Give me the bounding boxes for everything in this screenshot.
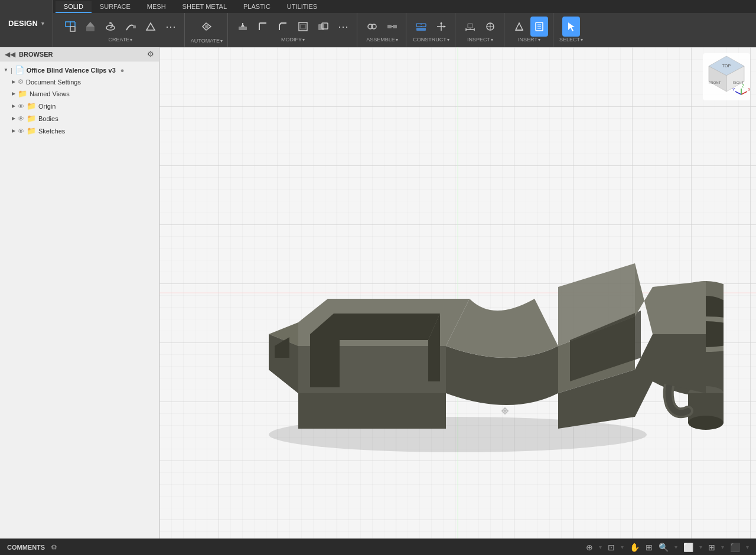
tree-item-sketches[interactable]: ▶ 👁 📁 Sketches [0,125,159,137]
more-create-btn[interactable]: ⋯ [162,17,180,37]
root-record-btn[interactable]: ● [120,67,125,74]
axis-btn[interactable] [432,17,450,37]
svg-rect-20 [393,25,397,28]
root-tri: ▼ [4,67,8,73]
extrude-btn[interactable] [82,17,99,37]
loft-btn[interactable] [142,17,159,37]
construct-label-row[interactable]: CONSTRUCT ▾ [413,37,449,43]
assemble-label-row[interactable]: ASSEMBLE ▾ [366,37,398,43]
sidebar-collapse-btn[interactable]: ◀◀ [5,50,15,58]
root-icon: 📄 [15,66,24,74]
assemble-label: ASSEMBLE [366,37,395,43]
display-dropdown[interactable]: ▾ [699,544,702,550]
inspect-icons [461,17,499,37]
orbit-dropdown[interactable]: ▾ [599,544,602,550]
display-mode-btn[interactable]: ⬜ [683,543,693,552]
comments-settings-btn[interactable]: ⚙ [51,543,57,551]
eye-bodies[interactable]: 👁 [18,115,24,122]
select-label: SELECT [559,37,580,43]
construct-icons [412,17,450,37]
orbit-btn[interactable]: ⊕ [586,543,593,552]
select-btn[interactable] [562,17,580,37]
sidebar-settings-btn[interactable]: ⚙ [147,50,154,58]
create-label-row[interactable]: CREATE ▾ [108,37,132,43]
design-chevron: ▾ [41,21,44,27]
inspect2-btn[interactable] [481,17,499,37]
joint2-btn[interactable] [383,17,401,37]
viewport[interactable]: TOP FRONT RIGHT X Y Z [159,47,756,538]
home-btn[interactable]: ⊡ [608,543,615,552]
insert-mcmaster-btn[interactable] [530,17,548,37]
new-component-btn[interactable] [61,17,79,37]
select-label-row[interactable]: SELECT ▾ [559,37,583,43]
svg-marker-28 [444,25,446,28]
environment-btn[interactable]: ⬛ [730,543,740,552]
tri-bodies: ▶ [12,116,15,121]
eye-origin[interactable]: 👁 [18,103,24,110]
tool-row: ⋯ CREATE ▾ AUTOMATE ▾ [53,13,756,47]
insert-derive-btn[interactable] [510,17,528,37]
joint-btn[interactable] [363,17,381,37]
more-modify-btn[interactable]: ⋯ [334,17,352,37]
construct-arrow: ▾ [447,37,449,43]
fillet-btn[interactable] [254,17,272,37]
svg-rect-19 [387,25,392,28]
tree-item-doc-settings[interactable]: ▶ ⚙ Document Settings [0,76,159,87]
tree-item-bodies[interactable]: ▶ 👁 📁 Bodies [0,112,159,125]
tab-solid[interactable]: SOLID [56,1,92,13]
zoom-dropdown[interactable]: ▾ [674,544,677,550]
browser-tree: ▼ | 📄 Office Blind Valence Clips v3 ● ▶ … [0,61,159,538]
modify-group: ⋯ MODIFY ▾ [229,13,357,47]
eye-sketches[interactable]: 👁 [18,128,24,135]
design-button[interactable]: DESIGN ▾ [0,0,53,47]
tree-item-named-views[interactable]: ▶ 📁 Named Views [0,87,159,100]
svg-rect-4 [86,27,94,31]
construct-group: CONSTRUCT ▾ [408,13,455,47]
shell-btn[interactable] [294,17,312,37]
tab-surface[interactable]: SURFACE [92,1,139,13]
tab-plastic[interactable]: PLASTIC [235,1,279,13]
automate-btn[interactable] [194,15,220,38]
sweep-btn[interactable] [122,17,139,37]
modify-label-row[interactable]: MODIFY ▾ [281,37,305,43]
gear-doc-settings: ⚙ [18,78,24,86]
insert-label-row[interactable]: INSERT ▾ [518,37,540,43]
grid-dropdown[interactable]: ▾ [721,544,724,550]
automate-label-row[interactable]: AUTOMATE ▾ [191,38,223,44]
environment-dropdown[interactable]: ▾ [746,544,749,550]
insert-icons [510,17,548,37]
press-pull-btn[interactable] [234,17,252,37]
zoom-btn[interactable]: 🔍 [659,543,669,552]
grid-btn[interactable]: ⊞ [708,543,715,552]
home-dropdown[interactable]: ▾ [621,544,624,550]
svg-point-18 [372,24,376,29]
zoom-fit-btn[interactable]: ⊞ [646,543,653,552]
svg-rect-22 [416,28,426,31]
tab-mesh[interactable]: MESH [139,1,174,13]
svg-rect-11 [239,27,247,30]
insert-arrow: ▾ [538,37,540,43]
root-item[interactable]: ▼ | 📄 Office Blind Valence Clips v3 ● [0,64,159,76]
comments-label: COMMENTS [7,544,45,551]
tree-item-origin[interactable]: ▶ 👁 📁 Origin [0,100,159,112]
create-arrow: ▾ [130,37,132,43]
offset-plane-btn[interactable] [412,17,430,37]
measure-btn[interactable] [461,17,479,37]
revolve-btn[interactable] [102,17,119,37]
svg-marker-49 [310,314,440,340]
combine-btn[interactable] [314,17,332,37]
tab-utilities[interactable]: UTILITIES [279,1,325,13]
inspect-label-row[interactable]: INSPECT ▾ [467,37,493,43]
svg-text:TOP: TOP [722,64,731,68]
svg-text:Y: Y [732,87,735,92]
svg-marker-9 [146,23,155,30]
automate-icons [194,15,220,38]
svg-marker-12 [241,24,245,27]
svg-rect-0 [66,22,70,27]
chamfer-btn[interactable] [274,17,292,37]
view-cube[interactable]: TOP FRONT RIGHT X Y Z [703,53,750,100]
tab-sheet-metal[interactable]: SHEET METAL [174,1,235,13]
pan-btn[interactable]: ✋ [630,543,640,552]
folder-bodies: 📁 [27,114,36,123]
modify-label: MODIFY [281,37,302,43]
